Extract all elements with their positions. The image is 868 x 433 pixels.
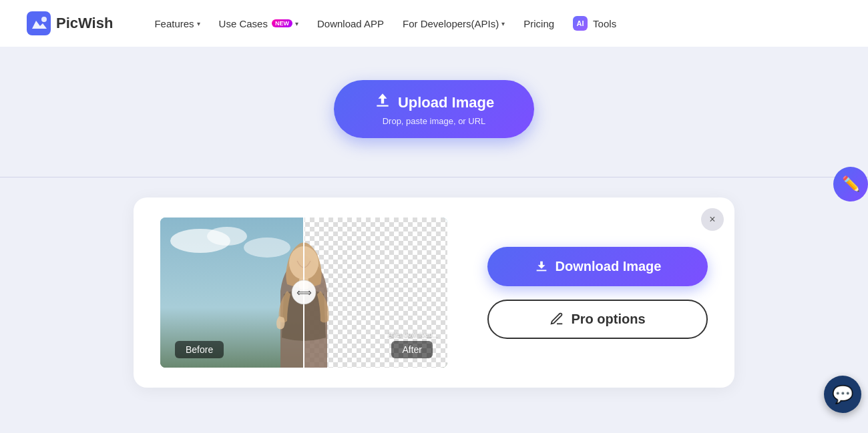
pro-options-icon <box>550 312 564 326</box>
section-divider <box>0 177 868 177</box>
svg-point-11 <box>207 227 247 246</box>
svg-point-18 <box>559 314 560 315</box>
chat-icon: 💬 <box>832 384 853 405</box>
ai-icon: AI <box>573 16 588 31</box>
chevron-down-icon-3: ▾ <box>501 20 505 27</box>
nav-item-developers[interactable]: For Developers(APIs) ▾ <box>396 14 511 33</box>
right-panel: Download Image Pro options <box>487 247 708 339</box>
nav-label-features: Features <box>154 18 194 29</box>
image-comparison: ⟺ Before After After download... <box>160 218 447 368</box>
nav-item-features[interactable]: Features ▾ <box>148 14 206 33</box>
chevron-down-icon-2: ▾ <box>295 20 298 27</box>
nav-label-pricing: Pricing <box>523 18 554 29</box>
after-overlay-text: After download... <box>388 331 438 338</box>
download-icon <box>534 259 549 274</box>
nav-item-download-app[interactable]: Download APP <box>310 14 391 33</box>
after-overlay-message: After download... <box>388 331 438 338</box>
nav-item-pricing[interactable]: Pricing <box>517 14 561 33</box>
pro-options-label: Pro options <box>571 312 645 327</box>
ai-edit-icon: ✏️ <box>842 175 860 193</box>
chevron-down-icon: ▾ <box>197 20 200 27</box>
ai-edit-button[interactable]: ✏️ <box>833 167 868 201</box>
nav-item-tools[interactable]: AI Tools <box>566 12 623 35</box>
logo-text: PicWish <box>56 15 113 32</box>
pro-options-button[interactable]: Pro options <box>487 300 708 339</box>
download-image-button[interactable]: Download Image <box>487 247 708 286</box>
svg-text:⟺: ⟺ <box>296 287 312 298</box>
before-label: Before <box>175 341 224 358</box>
svg-rect-0 <box>27 11 51 35</box>
close-button[interactable]: × <box>701 208 724 231</box>
result-card: × <box>134 197 734 388</box>
after-label: After <box>391 341 433 358</box>
svg-point-12 <box>244 238 290 258</box>
svg-point-1 <box>41 17 47 22</box>
upload-button-sublabel: Drop, paste image, or URL <box>383 116 486 126</box>
logo[interactable]: PicWish <box>27 11 113 35</box>
main-nav: Features ▾ Use Cases NEW ▾ Download APP … <box>148 12 623 35</box>
upload-button[interactable]: Upload Image Drop, paste image, or URL <box>334 80 534 138</box>
main-content: Upload Image Drop, paste image, or URL × <box>0 47 868 433</box>
nav-label-download-app: Download APP <box>317 18 384 29</box>
nav-label-use-cases: Use Cases <box>219 18 268 29</box>
upload-icon <box>374 92 391 113</box>
header: PicWish Features ▾ Use Cases NEW ▾ Downl… <box>0 0 868 47</box>
download-button-label: Download Image <box>556 259 662 274</box>
nav-label-developers: For Developers(APIs) <box>403 18 499 29</box>
upload-button-label: Upload Image <box>398 94 494 111</box>
chat-button[interactable]: 💬 <box>824 376 861 413</box>
logo-icon <box>27 11 51 35</box>
close-icon: × <box>709 213 715 226</box>
nav-item-use-cases[interactable]: Use Cases NEW ▾ <box>212 14 305 33</box>
nav-label-tools: Tools <box>593 18 616 29</box>
new-badge: NEW <box>272 19 292 27</box>
